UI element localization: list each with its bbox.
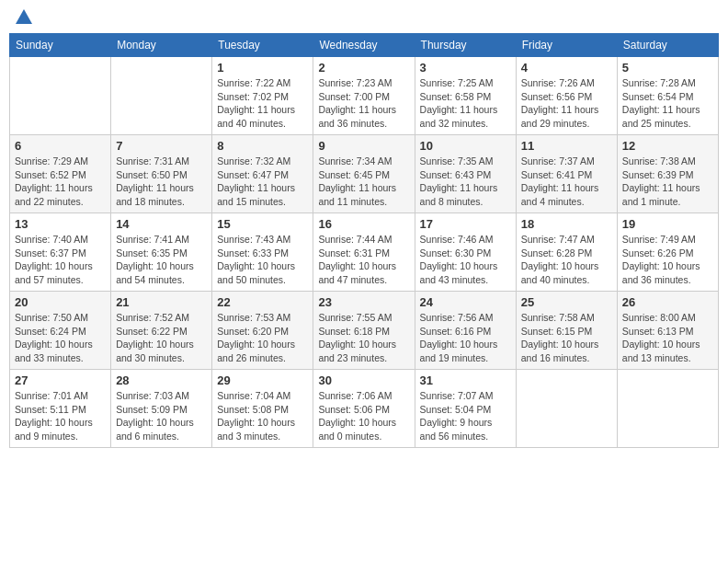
calendar-cell: 22 Sunrise: 7:53 AM Sunset: 6:20 PM Dayl… [212,292,313,370]
daylight: Daylight: 11 hours and 15 minutes. [217,182,295,207]
day-info: Sunrise: 7:43 AM Sunset: 6:33 PM Dayligh… [217,233,308,287]
day-number: 21 [116,295,207,309]
sunrise: Sunrise: 7:47 AM [521,234,595,245]
sunset: Sunset: 6:26 PM [622,247,694,259]
daylight: Daylight: 10 hours and 57 minutes. [15,260,93,285]
day-number: 17 [420,217,511,231]
daylight: Daylight: 11 hours and 1 minute. [622,182,700,207]
day-number: 14 [116,217,207,231]
calendar-cell: 17 Sunrise: 7:46 AM Sunset: 6:30 PM Dayl… [415,213,516,292]
day-info: Sunrise: 7:37 AM Sunset: 6:41 PM Dayligh… [521,155,612,209]
calendar-cell: 27 Sunrise: 7:01 AM Sunset: 5:11 PM Dayl… [10,370,111,448]
sunset: Sunset: 6:39 PM [622,169,694,180]
sunrise: Sunrise: 7:56 AM [420,312,494,323]
daylight: Daylight: 10 hours and 36 minutes. [622,260,700,285]
day-info: Sunrise: 7:46 AM Sunset: 6:30 PM Dayligh… [420,233,511,287]
sunset: Sunset: 5:04 PM [420,404,492,415]
daylight: Daylight: 10 hours and 6 minutes. [116,417,194,442]
calendar: SundayMondayTuesdayWednesdayThursdayFrid… [9,33,719,448]
calendar-cell: 3 Sunrise: 7:25 AM Sunset: 6:58 PM Dayli… [415,57,516,135]
logo [13,9,34,26]
sunrise: Sunrise: 7:46 AM [420,234,494,245]
day-number: 19 [622,217,713,231]
calendar-cell: 26 Sunrise: 8:00 AM Sunset: 6:13 PM Dayl… [617,292,718,370]
day-info: Sunrise: 7:52 AM Sunset: 6:22 PM Dayligh… [116,311,207,365]
calendar-cell: 16 Sunrise: 7:44 AM Sunset: 6:31 PM Dayl… [313,213,415,292]
day-number: 1 [217,61,308,75]
daylight: Daylight: 10 hours and 16 minutes. [521,339,599,363]
day-info: Sunrise: 7:34 AM Sunset: 6:45 PM Dayligh… [318,155,409,209]
svg-marker-0 [16,9,32,24]
sunset: Sunset: 6:33 PM [217,247,289,259]
daylight: Daylight: 10 hours and 54 minutes. [116,260,194,285]
day-of-week-header: Monday [111,34,212,57]
daylight: Daylight: 11 hours and 32 minutes. [420,104,498,129]
day-info: Sunrise: 7:03 AM Sunset: 5:09 PM Dayligh… [116,389,207,443]
day-of-week-header: Sunday [10,34,111,57]
sunrise: Sunrise: 7:34 AM [318,155,392,167]
calendar-week-row: 20 Sunrise: 7:50 AM Sunset: 6:24 PM Dayl… [10,292,719,370]
sunset: Sunset: 6:52 PM [15,169,86,180]
day-number: 26 [622,295,713,309]
day-number: 30 [318,373,409,387]
day-info: Sunrise: 7:47 AM Sunset: 6:28 PM Dayligh… [521,233,612,287]
sunrise: Sunrise: 7:01 AM [15,390,88,401]
sunrise: Sunrise: 7:25 AM [420,77,494,88]
calendar-cell: 10 Sunrise: 7:35 AM Sunset: 6:43 PM Dayl… [415,135,516,213]
sunset: Sunset: 6:43 PM [420,169,492,180]
sunrise: Sunrise: 7:58 AM [521,312,595,323]
sunrise: Sunrise: 7:35 AM [420,155,494,167]
day-number: 15 [217,217,308,231]
day-number: 25 [521,295,612,309]
daylight: Daylight: 9 hours and 56 minutes. [420,417,493,442]
sunrise: Sunrise: 7:55 AM [318,312,392,323]
day-number: 12 [622,139,713,153]
sunset: Sunset: 5:08 PM [217,404,289,415]
day-info: Sunrise: 7:29 AM Sunset: 6:52 PM Dayligh… [15,155,106,209]
calendar-header-row: SundayMondayTuesdayWednesdayThursdayFrid… [10,34,719,57]
sunset: Sunset: 6:20 PM [217,326,289,337]
daylight: Daylight: 11 hours and 8 minutes. [420,182,498,207]
sunset: Sunset: 6:45 PM [318,169,390,180]
sunrise: Sunrise: 7:29 AM [15,155,88,167]
page-header [9,9,719,26]
calendar-cell [111,57,212,135]
calendar-cell: 5 Sunrise: 7:28 AM Sunset: 6:54 PM Dayli… [617,57,718,135]
calendar-cell: 9 Sunrise: 7:34 AM Sunset: 6:45 PM Dayli… [313,135,415,213]
day-info: Sunrise: 7:41 AM Sunset: 6:35 PM Dayligh… [116,233,207,287]
day-info: Sunrise: 7:55 AM Sunset: 6:18 PM Dayligh… [318,311,409,365]
day-number: 11 [521,139,612,153]
sunset: Sunset: 6:16 PM [420,326,492,337]
sunrise: Sunrise: 7:04 AM [217,390,290,401]
day-number: 20 [15,295,106,309]
day-number: 16 [318,217,409,231]
day-number: 22 [217,295,308,309]
day-info: Sunrise: 7:28 AM Sunset: 6:54 PM Dayligh… [622,76,713,131]
calendar-cell: 2 Sunrise: 7:23 AM Sunset: 7:00 PM Dayli… [313,57,415,135]
sunset: Sunset: 7:02 PM [217,91,289,102]
calendar-cell: 25 Sunrise: 7:58 AM Sunset: 6:15 PM Dayl… [516,292,617,370]
sunrise: Sunrise: 7:26 AM [521,77,595,88]
day-number: 9 [318,139,409,153]
day-of-week-header: Friday [516,34,617,57]
daylight: Daylight: 11 hours and 29 minutes. [521,104,599,129]
sunset: Sunset: 6:22 PM [116,326,188,337]
day-of-week-header: Wednesday [313,34,415,57]
calendar-week-row: 27 Sunrise: 7:01 AM Sunset: 5:11 PM Dayl… [10,370,719,448]
sunset: Sunset: 6:18 PM [318,326,390,337]
day-info: Sunrise: 7:23 AM Sunset: 7:00 PM Dayligh… [318,76,409,131]
sunrise: Sunrise: 7:50 AM [15,312,88,323]
day-info: Sunrise: 7:04 AM Sunset: 5:08 PM Dayligh… [217,389,308,443]
daylight: Daylight: 10 hours and 43 minutes. [420,260,498,285]
sunset: Sunset: 6:30 PM [420,247,492,259]
day-info: Sunrise: 7:26 AM Sunset: 6:56 PM Dayligh… [521,76,612,131]
sunset: Sunset: 7:00 PM [318,91,390,102]
day-number: 5 [622,61,713,75]
day-of-week-header: Thursday [415,34,516,57]
daylight: Daylight: 11 hours and 40 minutes. [217,104,295,129]
calendar-cell: 14 Sunrise: 7:41 AM Sunset: 6:35 PM Dayl… [111,213,212,292]
day-number: 31 [420,373,511,387]
calendar-cell: 18 Sunrise: 7:47 AM Sunset: 6:28 PM Dayl… [516,213,617,292]
day-info: Sunrise: 7:22 AM Sunset: 7:02 PM Dayligh… [217,76,308,131]
daylight: Daylight: 11 hours and 25 minutes. [622,104,700,129]
